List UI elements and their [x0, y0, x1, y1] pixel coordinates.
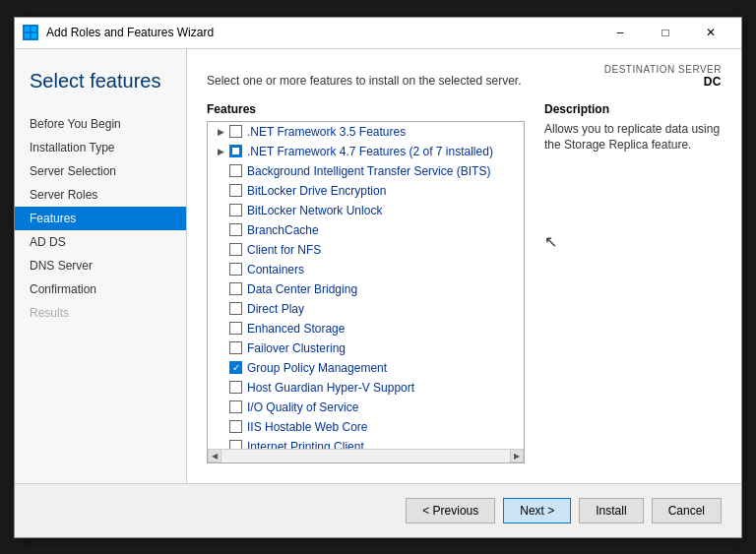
checkbox-data-center[interactable]: [229, 282, 242, 295]
expander-failover-clustering: [214, 341, 227, 355]
expander-bits: [214, 164, 227, 178]
scroll-left-arrow[interactable]: ◀: [208, 449, 221, 462]
description-text: Allows you to replicate data using the S…: [544, 121, 722, 154]
feature-item-group-policy[interactable]: ✓Group Policy Management: [208, 358, 524, 378]
checkbox-enhanced-storage[interactable]: [229, 322, 242, 335]
sidebar-item-before-you-begin[interactable]: Before You Begin: [15, 112, 186, 136]
feature-label-client-nfs: Client for NFS: [247, 243, 321, 257]
close-button[interactable]: ✕: [688, 17, 733, 48]
expander-internet-printing: [214, 440, 227, 449]
feature-label-branchcache: BranchCache: [247, 223, 319, 237]
feature-item-host-guardian[interactable]: Host Guardian Hyper-V Support: [208, 378, 524, 398]
svg-rect-2: [25, 33, 30, 38]
window-controls: – □ ✕: [598, 17, 733, 48]
feature-label-host-guardian: Host Guardian Hyper-V Support: [247, 381, 414, 395]
expander-net35[interactable]: ▶: [214, 125, 227, 139]
sidebar-item-features[interactable]: Features: [15, 207, 186, 230]
checkbox-branchcache[interactable]: [229, 223, 242, 236]
checkbox-bitlocker[interactable]: [229, 184, 242, 197]
features-label: Features: [207, 102, 525, 116]
feature-item-net47[interactable]: ▶.NET Framework 4.7 Features (2 of 7 ins…: [208, 142, 524, 161]
feature-item-net35[interactable]: ▶.NET Framework 3.5 Features: [208, 122, 524, 142]
minimize-button[interactable]: –: [598, 17, 643, 48]
checkbox-client-nfs[interactable]: [229, 243, 242, 256]
checkbox-io-quality[interactable]: [229, 400, 242, 413]
expander-host-guardian: [214, 381, 227, 395]
sidebar-nav: Before You BeginInstallation TypeServer …: [15, 112, 186, 325]
expander-data-center: [214, 282, 227, 296]
feature-label-enhanced-storage: Enhanced Storage: [247, 322, 345, 336]
maximize-button[interactable]: □: [643, 17, 688, 48]
sidebar-item-server-roles[interactable]: Server Roles: [15, 183, 186, 207]
sidebar-item-ad-ds[interactable]: AD DS: [15, 230, 186, 254]
checkbox-failover-clustering[interactable]: [229, 341, 242, 354]
feature-item-bits[interactable]: Background Intelligent Transfer Service …: [208, 161, 524, 181]
feature-label-direct-play: Direct Play: [247, 302, 304, 316]
checkbox-group-policy[interactable]: ✓: [229, 361, 242, 374]
svg-rect-1: [32, 27, 36, 31]
feature-label-net47: .NET Framework 4.7 Features (2 of 7 inst…: [247, 145, 493, 158]
checkbox-direct-play[interactable]: [229, 302, 242, 315]
expander-bitlocker-network: [214, 204, 227, 217]
expander-net47[interactable]: ▶: [214, 145, 227, 158]
feature-label-group-policy: Group Policy Management: [247, 361, 387, 375]
feature-item-bitlocker[interactable]: BitLocker Drive Encryption: [208, 181, 524, 201]
next-button[interactable]: Next >: [503, 498, 571, 523]
feature-item-branchcache[interactable]: BranchCache: [208, 220, 524, 240]
checkbox-bits[interactable]: [229, 164, 242, 177]
sidebar-item-installation-type[interactable]: Installation Type: [15, 136, 186, 159]
features-list-section: Features ▶.NET Framework 3.5 Features▶.N…: [207, 102, 525, 463]
wizard-window: Add Roles and Features Wizard – □ ✕ Sele…: [14, 17, 742, 538]
checkbox-bitlocker-network[interactable]: [229, 204, 242, 216]
main-panel: DESTINATION SERVER DC Select one or more…: [187, 49, 741, 483]
previous-button[interactable]: < Previous: [406, 498, 495, 523]
feature-label-io-quality: I/O Quality of Service: [247, 400, 358, 414]
checkbox-host-guardian[interactable]: [229, 381, 242, 394]
feature-item-failover-clustering[interactable]: Failover Clustering: [208, 339, 524, 358]
feature-label-containers: Containers: [247, 263, 304, 277]
feature-item-io-quality[interactable]: I/O Quality of Service: [208, 398, 524, 417]
install-button[interactable]: Install: [579, 498, 643, 523]
app-icon: [23, 25, 38, 40]
checkbox-net47[interactable]: [229, 145, 242, 157]
sidebar-item-dns-server[interactable]: DNS Server: [15, 254, 186, 277]
main-content: Select features Before You BeginInstalla…: [15, 49, 741, 483]
description-section: Description Allows you to replicate data…: [544, 102, 722, 463]
scroll-right-arrow[interactable]: ▶: [510, 449, 524, 462]
feature-item-data-center[interactable]: Data Center Bridging: [208, 279, 524, 299]
feature-label-bitlocker-network: BitLocker Network Unlock: [247, 204, 382, 217]
expander-containers: [214, 263, 227, 277]
sidebar: Select features Before You BeginInstalla…: [15, 49, 187, 483]
feature-item-bitlocker-network[interactable]: BitLocker Network Unlock: [208, 201, 524, 220]
sidebar-item-results: Results: [15, 301, 186, 325]
svg-rect-3: [32, 33, 36, 38]
sidebar-item-confirmation[interactable]: Confirmation: [15, 277, 186, 301]
checkbox-internet-printing[interactable]: [229, 440, 242, 449]
horizontal-scrollbar[interactable]: ◀ ▶: [208, 449, 524, 462]
window-title: Add Roles and Features Wizard: [46, 26, 598, 39]
sidebar-header: Select features: [15, 69, 186, 112]
cancel-button[interactable]: Cancel: [652, 498, 722, 523]
feature-item-client-nfs[interactable]: Client for NFS: [208, 240, 524, 260]
features-list[interactable]: ▶.NET Framework 3.5 Features▶.NET Framew…: [208, 122, 524, 449]
feature-item-direct-play[interactable]: Direct Play: [208, 299, 524, 319]
sidebar-item-server-selection[interactable]: Server Selection: [15, 159, 186, 183]
title-bar: Add Roles and Features Wizard – □ ✕: [15, 18, 741, 49]
feature-label-iis-hostable: IIS Hostable Web Core: [247, 420, 368, 434]
description-label: Description: [544, 102, 722, 116]
feature-item-iis-hostable[interactable]: IIS Hostable Web Core: [208, 417, 524, 437]
features-container: Features ▶.NET Framework 3.5 Features▶.N…: [207, 102, 722, 463]
feature-label-bits: Background Intelligent Transfer Service …: [247, 164, 490, 178]
feature-item-enhanced-storage[interactable]: Enhanced Storage: [208, 319, 524, 339]
svg-rect-0: [25, 27, 30, 31]
feature-item-containers[interactable]: Containers: [208, 260, 524, 279]
expander-enhanced-storage: [214, 322, 227, 336]
expander-group-policy: [214, 361, 227, 375]
checkbox-net35[interactable]: [229, 125, 242, 138]
checkbox-containers[interactable]: [229, 263, 242, 276]
feature-item-internet-printing[interactable]: Internet Printing Client: [208, 437, 524, 449]
destination-server-info: DESTINATION SERVER DC: [604, 64, 722, 89]
dest-server-name: DC: [604, 75, 722, 89]
expander-iis-hostable: [214, 420, 227, 434]
checkbox-iis-hostable[interactable]: [229, 420, 242, 433]
